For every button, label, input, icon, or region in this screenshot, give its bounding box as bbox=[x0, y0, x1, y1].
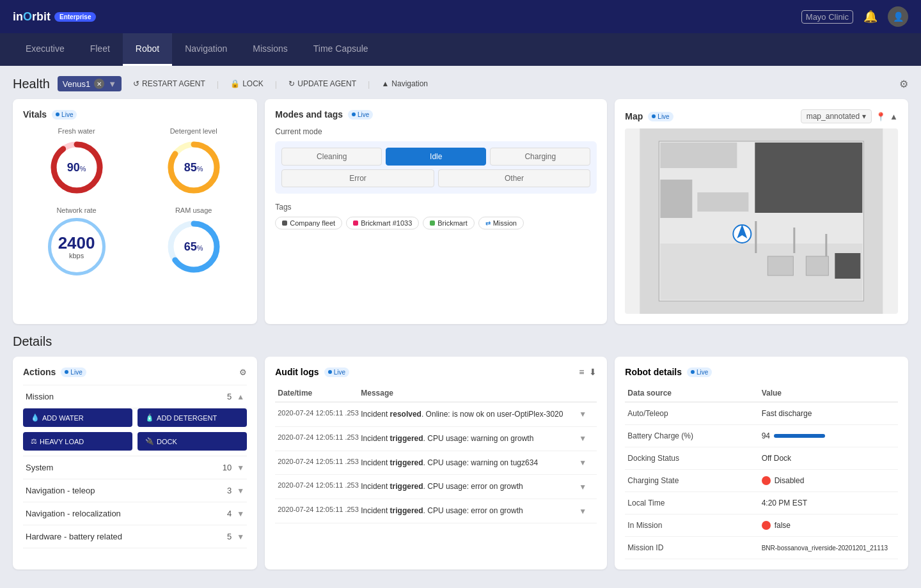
nav-reloc-row[interactable]: Navigation - relocalization 4 ▼ bbox=[23, 502, 247, 525]
audit-filter-btn[interactable]: ≡ bbox=[579, 367, 584, 377]
nav-teleop-row[interactable]: Navigation - teleop 3 ▼ bbox=[23, 479, 247, 502]
vital-network: Network rate 2400 kbps bbox=[23, 206, 130, 275]
vital-fresh-water: Fresh water 90% bbox=[23, 127, 130, 196]
map-svg bbox=[625, 128, 898, 314]
audit-row-3[interactable]: 2020-07-24 12:05:11 .253 Incident trigge… bbox=[275, 475, 597, 499]
audit-row-0[interactable]: 2020-07-24 12:05:11 .253 Incident resolv… bbox=[275, 403, 597, 427]
tab-time-capsule[interactable]: Time Capsule bbox=[301, 33, 381, 66]
ram-value: 65% bbox=[184, 240, 203, 254]
audit-chevron-1: ▼ bbox=[579, 434, 594, 443]
map-container[interactable] bbox=[625, 128, 898, 314]
robot-name: Venus1 bbox=[63, 79, 90, 89]
fresh-water-label: Fresh water bbox=[58, 127, 95, 135]
actions-live-badge: Live bbox=[61, 368, 86, 377]
mission-status-dot bbox=[762, 521, 771, 530]
robot-remove-btn[interactable]: ✕ bbox=[94, 79, 104, 89]
mode-cleaning-btn[interactable]: Cleaning bbox=[281, 148, 382, 166]
svg-rect-14 bbox=[794, 228, 796, 253]
audit-date-3: 2020-07-24 12:05:11 .253 bbox=[278, 481, 361, 489]
audit-chevron-2: ▼ bbox=[579, 458, 594, 467]
tab-executive[interactable]: Executive bbox=[13, 33, 77, 66]
vital-ram: RAM usage 65% bbox=[140, 206, 247, 275]
health-settings-btn[interactable]: ⚙ bbox=[899, 78, 908, 90]
rd-mission-id: Mission ID BNR-bossanova_riverside-20201… bbox=[625, 537, 898, 559]
navigation-btn[interactable]: ▲ Navigation bbox=[375, 77, 434, 91]
robot-dropdown-arrow[interactable]: ▼ bbox=[108, 79, 116, 89]
network-circle: 2400 kbps bbox=[48, 218, 106, 275]
robot-selector[interactable]: Venus1 ✕ ▼ bbox=[58, 76, 122, 91]
robot-details-card: Robot details Live Data source Value Aut… bbox=[615, 357, 908, 569]
audit-msg-4: Incident triggered. CPU usage: error on … bbox=[361, 506, 579, 516]
network-value: 2400 bbox=[58, 234, 95, 252]
add-detergent-btn[interactable]: 🧴 ADD DETERGENT bbox=[138, 408, 247, 427]
tag-brickmart-1033[interactable]: Brickmart #1033 bbox=[346, 217, 419, 229]
svg-rect-11 bbox=[698, 192, 749, 212]
modes-live-dot bbox=[352, 112, 356, 116]
tag-company-fleet[interactable]: Company fleet bbox=[275, 217, 342, 229]
lock-icon: 🔒 bbox=[230, 79, 240, 88]
robot-details-title: Robot details bbox=[625, 367, 682, 377]
tag-mission[interactable]: ⇄ Mission bbox=[478, 217, 524, 229]
tab-missions[interactable]: Missions bbox=[240, 33, 300, 66]
detergent-donut: 85% bbox=[165, 139, 223, 196]
system-label: System bbox=[26, 463, 53, 472]
mode-charging-btn[interactable]: Charging bbox=[490, 148, 590, 166]
bell-icon[interactable]: 🔔 bbox=[863, 10, 878, 24]
svg-rect-15 bbox=[826, 234, 828, 259]
actions-settings-btn[interactable]: ⚙ bbox=[239, 368, 247, 377]
map-live-dot bbox=[652, 114, 656, 118]
tags-label: Tags bbox=[275, 203, 597, 212]
lock-btn[interactable]: 🔒 LOCK bbox=[224, 77, 270, 91]
audit-actions: ≡ ⬇ bbox=[579, 367, 597, 377]
dock-btn[interactable]: 🔌 DOCK bbox=[138, 432, 247, 451]
actions-live-dot bbox=[65, 370, 68, 374]
update-agent-btn[interactable]: ↻ UPDATE AGENT bbox=[282, 77, 363, 91]
audit-row-4[interactable]: 2020-07-24 12:05:11 .253 Incident trigge… bbox=[275, 499, 597, 523]
mode-other-btn[interactable]: Other bbox=[438, 169, 591, 187]
map-north-icon[interactable]: ▲ bbox=[890, 112, 898, 121]
map-card: Map Live map_annotated ▾ 📍 ▲ bbox=[615, 99, 908, 324]
audit-download-btn[interactable]: ⬇ bbox=[589, 367, 597, 377]
user-avatar[interactable]: 👤 bbox=[888, 6, 908, 27]
nav-reloc-label: Navigation - relocalization bbox=[26, 509, 121, 518]
system-chevron: ▼ bbox=[237, 463, 244, 472]
hardware-battery-row[interactable]: Hardware - battery related 5 ▼ bbox=[23, 525, 247, 548]
weight-icon: ⚖ bbox=[31, 437, 37, 445]
nav-reloc-chevron: ▼ bbox=[237, 509, 244, 518]
tabs-bar: Executive Fleet Robot Navigation Mission… bbox=[0, 33, 921, 66]
map-header: Map Live map_annotated ▾ 📍 ▲ bbox=[625, 109, 898, 123]
detergent-icon: 🧴 bbox=[145, 414, 154, 422]
heavy-load-btn[interactable]: ⚖ HEAVY LOAD bbox=[23, 432, 132, 451]
mission-row[interactable]: Mission 5 ▲ bbox=[23, 385, 247, 408]
rd-mission-value: false bbox=[762, 521, 895, 530]
tab-robot[interactable]: Robot bbox=[123, 33, 172, 66]
modes-live-badge: Live bbox=[348, 110, 373, 120]
map-selector[interactable]: map_annotated ▾ bbox=[801, 109, 872, 123]
mode-idle-btn[interactable]: Idle bbox=[386, 148, 486, 166]
audit-date-0: 2020-07-24 12:05:11 .253 bbox=[278, 409, 361, 417]
rd-live-dot bbox=[691, 370, 695, 374]
mode-error-btn[interactable]: Error bbox=[281, 169, 434, 187]
svg-rect-13 bbox=[755, 221, 757, 253]
tab-fleet[interactable]: Fleet bbox=[77, 33, 123, 66]
restart-agent-btn[interactable]: ↺ RESTART AGENT bbox=[127, 77, 212, 91]
add-water-btn[interactable]: 💧 ADD WATER bbox=[23, 408, 132, 427]
map-pin-icon[interactable]: 📍 bbox=[876, 112, 886, 121]
logo: inOrbit Enterprise bbox=[13, 10, 96, 24]
rd-auto-teleop: Auto/Teleop Fast discharge bbox=[625, 403, 898, 425]
tag-brickmart[interactable]: Brickmart bbox=[423, 217, 474, 229]
audit-date-1: 2020-07-24 12:05:11 .253 bbox=[278, 433, 361, 441]
tab-navigation[interactable]: Navigation bbox=[172, 33, 240, 66]
ram-donut: 65% bbox=[165, 218, 223, 275]
audit-row-2[interactable]: 2020-07-24 12:05:11 .253 Incident trigge… bbox=[275, 451, 597, 476]
tag-icon-brickmart1033 bbox=[353, 220, 358, 226]
hardware-battery-chevron: ▼ bbox=[237, 532, 244, 541]
audit-row-1[interactable]: 2020-07-24 12:05:11 .253 Incident trigge… bbox=[275, 427, 597, 451]
svg-rect-18 bbox=[835, 253, 861, 279]
system-row[interactable]: System 10 ▼ bbox=[23, 456, 247, 479]
svg-rect-8 bbox=[755, 143, 863, 213]
audit-chevron-0: ▼ bbox=[579, 410, 594, 419]
dock-icon: 🔌 bbox=[145, 437, 154, 445]
svg-rect-10 bbox=[661, 180, 693, 218]
mayo-clinic-icon[interactable]: Mayo Clinic bbox=[801, 10, 853, 24]
